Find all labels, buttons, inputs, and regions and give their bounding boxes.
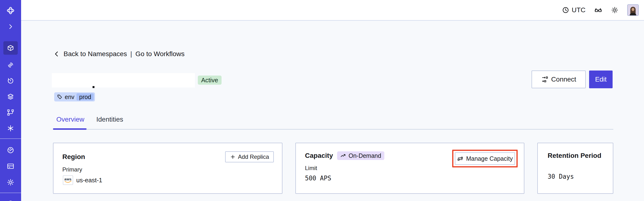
edit-button[interactable]: Edit <box>589 70 612 88</box>
tab-overview[interactable]: Overview <box>53 116 88 129</box>
sidebar-item-usage[interactable] <box>3 144 18 157</box>
status-badge: Active <box>198 76 222 85</box>
retention-card-title: Retention Period <box>548 152 613 160</box>
manage-capacity-label: Manage Capacity <box>466 155 513 162</box>
timezone-selector[interactable]: UTC <box>562 6 586 14</box>
glasses-icon <box>594 6 602 14</box>
sidebar-item-settings[interactable] <box>3 176 18 189</box>
sidebar-item-schedules[interactable] <box>3 74 18 88</box>
namespace-name-redacted <box>52 73 195 88</box>
gear-icon <box>7 178 14 186</box>
swirl-eye-icon <box>7 61 14 69</box>
gauge-icon <box>7 146 14 154</box>
sidebar-item-nexus[interactable] <box>3 122 18 135</box>
chevron-right-icon <box>7 23 14 30</box>
primary-label: Primary <box>62 166 282 173</box>
branch-icon <box>7 109 14 116</box>
sidebar-item-billing[interactable] <box>3 160 18 173</box>
namespace-name-artifact <box>92 86 94 88</box>
go-to-workflows-link[interactable]: Go to Workflows <box>136 50 184 58</box>
temporal-logo[interactable] <box>3 4 18 17</box>
sidebar-item-batch-operations[interactable] <box>3 90 18 104</box>
region-value: us-east-1 <box>76 176 102 184</box>
manage-capacity-button[interactable]: Manage Capacity <box>455 152 515 165</box>
credit-card-icon <box>7 162 14 170</box>
add-replica-label: Add Replica <box>238 154 269 160</box>
layers-icon <box>7 93 14 100</box>
sidebar <box>0 0 21 201</box>
connect-button-label: Connect <box>551 76 576 83</box>
capacity-card-title: Capacity <box>305 152 333 160</box>
sidebar-divider-bottom <box>0 192 21 193</box>
capacity-card: Capacity On-Demand Manage Capacity Limit… <box>296 143 524 194</box>
sidebar-item-archival[interactable] <box>3 58 18 72</box>
aws-logo: aws <box>63 175 73 185</box>
tab-bar: Overview Identities <box>53 116 126 129</box>
connect-flow-icon <box>541 76 548 83</box>
tag-icon <box>57 94 62 100</box>
connect-button[interactable]: Connect <box>532 70 586 88</box>
temporal-logo-icon <box>6 6 15 15</box>
retention-value: 30 Days <box>548 173 613 180</box>
tag-key: env <box>65 94 74 100</box>
top-bar: UTC <box>21 0 644 21</box>
trending-up-icon <box>340 152 346 159</box>
chevron-left-icon <box>53 50 60 58</box>
plus-icon <box>230 154 236 160</box>
retention-card: Retention Period 30 Days <box>537 143 613 194</box>
sidebar-expand-button[interactable] <box>3 20 18 33</box>
labs-mode-button[interactable] <box>594 6 602 14</box>
cube-icon <box>7 44 14 52</box>
sidebar-item-deployments[interactable] <box>3 106 18 119</box>
clock-history-icon <box>7 77 14 85</box>
on-demand-badge-label: On-Demand <box>348 152 381 159</box>
edit-button-label: Edit <box>595 76 606 83</box>
region-card: Region Add Replica Primary aws us-east-1 <box>53 143 282 194</box>
tag-value: prod <box>76 93 94 100</box>
region-card-title: Region <box>62 153 85 161</box>
tab-identities[interactable]: Identities <box>93 116 126 129</box>
namespace-tag: env prod <box>54 92 95 102</box>
tabs-baseline <box>53 129 613 130</box>
user-avatar[interactable] <box>627 4 639 16</box>
breadcrumb: Back to Namespaces | Go to Workflows <box>53 49 184 59</box>
clock-icon <box>562 6 569 14</box>
on-demand-badge: On-Demand <box>337 151 384 160</box>
help-circle-icon <box>7 200 14 201</box>
asterisk-icon <box>7 124 14 132</box>
sidebar-item-help[interactable] <box>3 197 18 201</box>
sliders-icon <box>457 156 464 162</box>
annotation-highlight: Manage Capacity <box>452 150 518 168</box>
sun-icon <box>611 6 618 14</box>
limit-value: 500 APS <box>305 174 524 182</box>
breadcrumb-separator: | <box>130 50 132 58</box>
aws-logo-text: aws <box>64 178 72 181</box>
sidebar-divider <box>0 138 21 139</box>
tab-active-indicator <box>53 128 86 130</box>
back-to-namespaces-link[interactable]: Back to Namespaces <box>64 50 127 58</box>
add-replica-button[interactable]: Add Replica <box>225 151 274 162</box>
aws-smile-icon <box>64 181 72 183</box>
timezone-label: UTC <box>572 6 586 14</box>
sidebar-item-namespaces[interactable] <box>3 41 18 55</box>
theme-toggle-button[interactable] <box>611 6 618 14</box>
